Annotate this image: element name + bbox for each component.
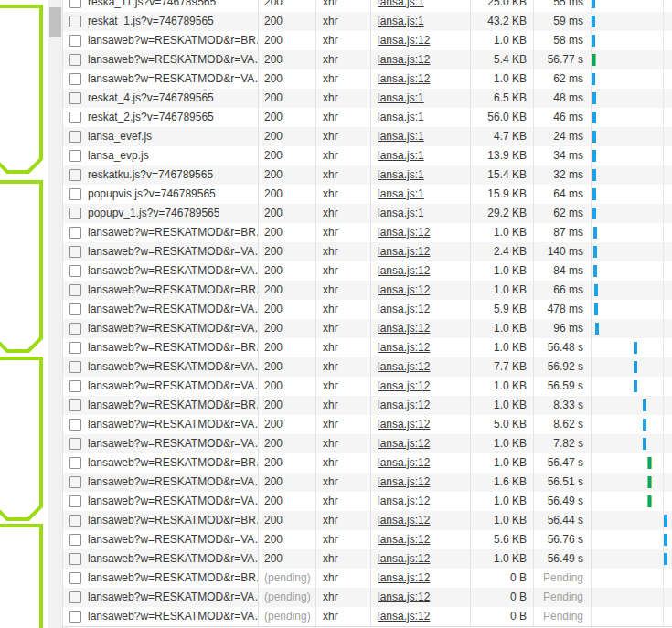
initiator-cell: lansa.js:12 [370, 281, 470, 300]
initiator-link[interactable]: lansa.js:12 [378, 245, 430, 258]
initiator-link[interactable]: lansa.js:1 [378, 0, 424, 8]
table-row[interactable]: lansaweb?w=RESKATMOD&r=VA… 200 xhr lansa… [63, 261, 672, 281]
initiator-link[interactable]: lansa.js:12 [378, 475, 430, 488]
initiator-link[interactable]: lansa.js:12 [378, 514, 430, 527]
waterfall-bar [647, 476, 652, 488]
type-cell: xhr [315, 434, 370, 453]
table-row[interactable]: lansaweb?w=RESKATMOD&r=VA… 200 xhr lansa… [63, 377, 672, 396]
table-row[interactable]: reskatku.js?v=746789565 200 xhr lansa.js… [63, 165, 672, 185]
initiator-link[interactable]: lansa.js:1 [378, 111, 424, 123]
time-cell: 59 ms [533, 12, 591, 31]
type-cell: xhr [315, 300, 370, 319]
table-row[interactable]: lansaweb?w=RESKATMOD&r=BR… 200 xhr lansa… [63, 223, 672, 242]
table-row[interactable]: lansaweb?w=RESKATMOD&r=BR… 200 xhr lansa… [63, 511, 672, 530]
table-row[interactable]: lansaweb?w=RESKATMOD&r=VA… (pending) xhr… [63, 607, 672, 626]
request-name: lansaweb?w=RESKATMOD&r=BR… [88, 569, 258, 588]
initiator-link[interactable]: lansa.js:12 [378, 34, 430, 47]
initiator-link[interactable]: lansa.js:12 [378, 226, 430, 239]
table-row[interactable]: lansaweb?w=RESKATMOD&r=BR… 200 xhr lansa… [63, 281, 672, 300]
initiator-link[interactable]: lansa.js:1 [378, 207, 424, 219]
initiator-link[interactable]: lansa.js:12 [378, 322, 430, 335]
initiator-cell: lansa.js:12 [370, 569, 470, 588]
waterfall-bar [592, 73, 595, 85]
initiator-link[interactable]: lansa.js:12 [378, 571, 430, 584]
waterfall-cell [591, 607, 672, 626]
table-row[interactable]: reska_11.js?v=746789565 200 xhr lansa.js… [63, 0, 672, 12]
vertical-scrollbar-thumb[interactable] [49, 7, 61, 37]
table-row[interactable]: lansaweb?w=RESKATMOD&r=VA… 200 xhr lansa… [63, 319, 672, 338]
table-row[interactable]: lansaweb?w=RESKATMOD&r=VA… 200 xhr lansa… [63, 242, 672, 261]
waterfall-cell [591, 473, 672, 492]
table-row[interactable]: lansaweb?w=RESKATMOD&r=BR… 200 xhr lansa… [63, 396, 672, 415]
initiator-link[interactable]: lansa.js:12 [378, 399, 430, 411]
table-row[interactable]: lansaweb?w=RESKATMOD&r=VA… 200 xhr lansa… [63, 473, 672, 492]
initiator-link[interactable]: lansa.js:12 [378, 437, 430, 450]
time-cell: 62 ms [533, 69, 591, 89]
type-cell: xhr [315, 89, 370, 108]
time-cell: 32 ms [533, 165, 591, 185]
request-name: popupvis.js?v=746789565 [88, 185, 216, 204]
initiator-link[interactable]: lansa.js:12 [378, 610, 430, 623]
initiator-link[interactable]: lansa.js:12 [378, 341, 430, 354]
initiator-link[interactable]: lansa.js:12 [378, 495, 430, 507]
table-row[interactable]: lansaweb?w=RESKATMOD&r=BR… (pending) xhr… [63, 569, 672, 588]
size-cell: 1.0 KB [470, 223, 533, 242]
table-row[interactable]: lansaweb?w=RESKATMOD&r=VA… (pending) xhr… [63, 588, 672, 607]
waterfall-bar [664, 515, 667, 527]
status-cell: 200 [258, 415, 315, 434]
initiator-link[interactable]: lansa.js:12 [378, 264, 430, 277]
table-row[interactable]: reskat_4.js?v=746789565 200 xhr lansa.js… [63, 89, 672, 108]
waterfall-cell [591, 108, 672, 127]
type-cell: xhr [315, 261, 370, 281]
initiator-link[interactable]: lansa.js:1 [378, 168, 424, 181]
initiator-link[interactable]: lansa.js:12 [378, 552, 430, 565]
table-row[interactable]: popupvis.js?v=746789565 200 xhr lansa.js… [63, 185, 672, 204]
initiator-link[interactable]: lansa.js:12 [378, 303, 430, 315]
initiator-link[interactable]: lansa.js:1 [378, 130, 424, 143]
table-row[interactable]: lansaweb?w=RESKATMOD&r=BR… 200 xhr lansa… [63, 31, 672, 50]
file-icon [69, 572, 81, 584]
initiator-cell: lansa.js:12 [370, 69, 470, 89]
table-row[interactable]: lansa_evef.js 200 xhr lansa.js:1 4.7 KB … [63, 127, 672, 146]
waterfall-bar [592, 169, 596, 181]
table-row[interactable]: lansaweb?w=RESKATMOD&r=VA… 200 xhr lansa… [63, 50, 672, 69]
table-row[interactable]: lansaweb?w=RESKATMOD&r=VA… 200 xhr lansa… [63, 415, 672, 434]
table-row[interactable]: reskat_2.js?v=746789565 200 xhr lansa.js… [63, 108, 672, 127]
initiator-link[interactable]: lansa.js:12 [378, 53, 430, 66]
table-row[interactable]: lansaweb?w=RESKATMOD&r=VA… 200 xhr lansa… [63, 530, 672, 549]
vertical-scrollbar-track[interactable] [48, 0, 62, 628]
initiator-link[interactable]: lansa.js:12 [378, 360, 430, 373]
initiator-link[interactable]: lansa.js:1 [378, 187, 424, 200]
initiator-cell: lansa.js:12 [370, 473, 470, 492]
name-cell: popupvis.js?v=746789565 [63, 185, 258, 204]
table-row[interactable]: lansaweb?w=RESKATMOD&r=VA… 200 xhr lansa… [63, 549, 672, 569]
table-row[interactable]: lansaweb?w=RESKATMOD&r=VA… 200 xhr lansa… [63, 69, 672, 89]
type-cell: xhr [315, 223, 370, 242]
table-row[interactable]: lansaweb?w=RESKATMOD&r=VA… 200 xhr lansa… [63, 434, 672, 453]
table-row[interactable]: lansa_evp.js 200 xhr lansa.js:1 13.9 KB … [63, 146, 672, 165]
table-row[interactable]: popupv_1.js?v=746789565 200 xhr lansa.js… [63, 204, 672, 223]
name-cell: reskat_2.js?v=746789565 [63, 108, 258, 127]
initiator-link[interactable]: lansa.js:12 [378, 283, 430, 296]
table-row[interactable]: lansaweb?w=RESKATMOD&r=BR… 200 xhr lansa… [63, 453, 672, 473]
table-row[interactable]: lansaweb?w=RESKATMOD&r=VA… 200 xhr lansa… [63, 357, 672, 377]
initiator-link[interactable]: lansa.js:12 [378, 72, 430, 85]
initiator-link[interactable]: lansa.js:12 [378, 379, 430, 392]
table-row[interactable]: lansaweb?w=RESKATMOD&r=VA… 200 xhr lansa… [63, 492, 672, 511]
initiator-link[interactable]: lansa.js:1 [378, 91, 424, 104]
table-row[interactable]: reskat_1.js?v=746789565 200 xhr lansa.js… [63, 12, 672, 31]
initiator-link[interactable]: lansa.js:12 [378, 533, 430, 546]
table-row[interactable]: lansaweb?w=RESKATMOD&r=VA… 200 xhr lansa… [63, 300, 672, 319]
status-cell: 200 [258, 434, 315, 453]
size-cell: 15.4 KB [470, 165, 533, 185]
table-row[interactable]: lansaweb?w=RESKATMOD&r=BR… 200 xhr lansa… [63, 338, 672, 357]
initiator-cell: lansa.js:12 [370, 511, 470, 530]
initiator-link[interactable]: lansa.js:12 [378, 591, 430, 603]
file-icon [69, 419, 81, 431]
time-cell: 56.51 s [533, 473, 591, 492]
initiator-link[interactable]: lansa.js:12 [378, 418, 430, 431]
initiator-link[interactable]: lansa.js:1 [378, 15, 424, 27]
size-cell: 1.0 KB [470, 338, 533, 357]
initiator-link[interactable]: lansa.js:12 [378, 456, 430, 469]
initiator-link[interactable]: lansa.js:1 [378, 149, 424, 162]
